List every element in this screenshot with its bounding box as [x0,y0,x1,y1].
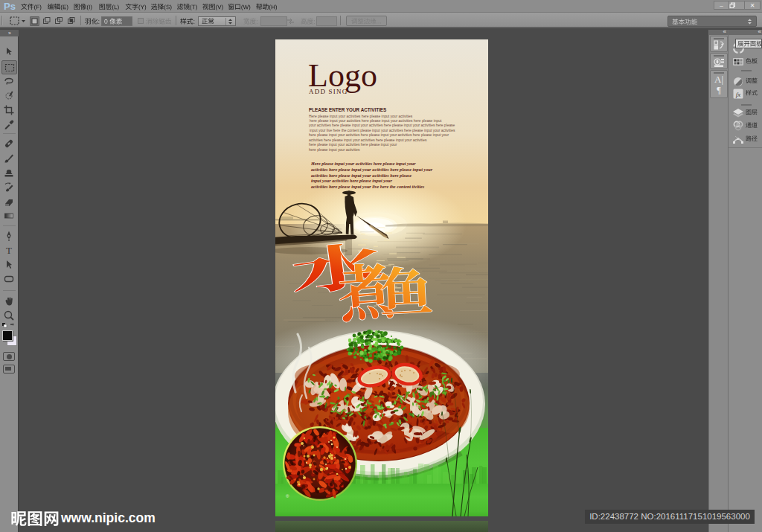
svg-text:Here please input your activit: Here please input your activities here p… [310,161,416,166]
svg-text:activities here please input y: activities here please input your live h… [311,184,425,189]
svg-text:your activities here please in: your activities here please input your a… [309,124,455,127]
svg-text:Here please input your activit: Here please input your activities here p… [309,115,413,118]
svg-text:fx: fx [736,91,741,98]
svg-text:input your activities here ple: input your activities here please input … [311,178,393,183]
svg-text:here please input your activit: here please input your activities here p… [309,133,449,137]
svg-text:here please input your activit: here please input your activities [309,148,360,152]
svg-text:activities here please input y: activities here please input your activi… [311,173,412,178]
svg-text:T: T [6,245,12,256]
svg-text:activities here please input y: activities here please input your activi… [309,138,427,142]
svg-text:here please input your activit: here please input your activities here p… [309,143,397,147]
svg-text:ADD SING: ADD SING [309,88,348,95]
svg-text:activities here please input y: activities here please input your activi… [311,167,433,172]
svg-text:®: ® [286,494,289,499]
svg-text:here please input your activit: here please input your activities here p… [310,119,442,123]
svg-text:PLEASE ENTER YOUR ACTIVITIES: PLEASE ENTER YOUR ACTIVITIES [309,107,386,112]
svg-text:input your live here the conte: input your live here the content please … [310,129,455,132]
